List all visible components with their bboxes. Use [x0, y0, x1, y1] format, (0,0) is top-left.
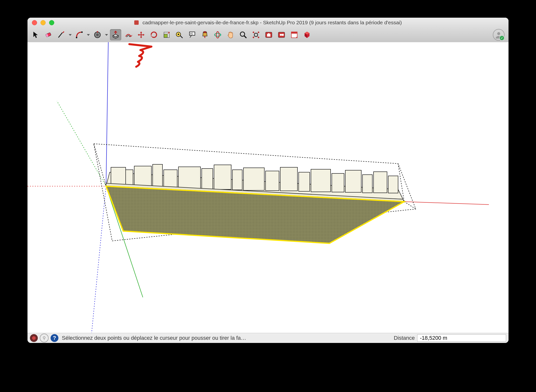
select-tool[interactable]	[30, 29, 41, 40]
svg-point-20	[280, 34, 282, 36]
sketchup-file-icon	[134, 20, 139, 25]
svg-point-5	[96, 34, 99, 36]
shape-tool[interactable]	[92, 29, 103, 40]
measurement-label: Distance	[394, 335, 415, 341]
user-status-badge: ✓	[499, 35, 505, 41]
svg-rect-23	[291, 32, 297, 34]
window-controls	[32, 20, 54, 25]
svg-line-27	[106, 42, 108, 186]
rotate-tool[interactable]	[148, 29, 160, 40]
svg-rect-6	[97, 31, 98, 33]
svg-rect-34	[153, 164, 162, 188]
svg-rect-21	[282, 34, 284, 36]
titlebar: cadmapper-le-pre-saint-gervais-ile-de-fr…	[27, 18, 509, 27]
window-title: cadmapper-le-pre-saint-gervais-ile-de-fr…	[27, 20, 509, 26]
pushpull-tool[interactable]	[110, 29, 121, 40]
svg-rect-44	[311, 169, 331, 192]
eraser-tool[interactable]	[43, 29, 54, 40]
svg-line-26	[404, 202, 489, 205]
text-tool[interactable]: A1	[187, 29, 198, 40]
extension-warehouse-tool[interactable]	[276, 29, 287, 40]
user-account-button[interactable]: ✓	[493, 29, 505, 41]
svg-rect-43	[299, 172, 310, 191]
help-icon[interactable]: ?	[51, 334, 58, 342]
zoom-tool[interactable]	[238, 29, 249, 40]
svg-text:A1: A1	[190, 32, 193, 35]
close-window-button[interactable]	[32, 20, 37, 25]
svg-line-29	[57, 101, 106, 186]
svg-rect-37	[202, 169, 213, 189]
status-bar: ? Sélectionnez deux points ou déplacez l…	[27, 333, 509, 343]
model-viewport[interactable]	[27, 42, 509, 333]
svg-rect-39	[232, 170, 242, 190]
svg-point-17	[254, 33, 258, 37]
ruby-console-icon[interactable]	[30, 334, 38, 342]
measurement-input[interactable]	[417, 334, 506, 342]
svg-rect-33	[134, 166, 151, 188]
maximize-window-button[interactable]	[49, 20, 54, 25]
toolbar: A1 ✓	[27, 27, 509, 42]
app-window: cadmapper-le-pre-saint-gervais-ile-de-fr…	[27, 18, 509, 343]
paint-tool[interactable]	[199, 29, 211, 40]
svg-rect-42	[280, 167, 297, 191]
svg-rect-45	[332, 173, 344, 192]
svg-line-28	[90, 186, 106, 333]
title-file: cadmapper-le-pre-saint-gervais-ile-de-fr…	[143, 20, 259, 25]
svg-rect-38	[214, 165, 231, 189]
pan-tool[interactable]	[225, 29, 236, 40]
svg-point-53	[43, 337, 45, 339]
layout-tool[interactable]	[289, 29, 300, 40]
move-tool[interactable]	[135, 29, 147, 40]
geolocation-icon[interactable]	[40, 334, 49, 342]
line-tool[interactable]	[55, 29, 67, 40]
scale-tool[interactable]	[161, 29, 172, 40]
svg-rect-47	[362, 175, 372, 193]
warehouse-tool[interactable]	[263, 29, 274, 40]
svg-point-15	[216, 32, 219, 38]
svg-rect-8	[164, 34, 167, 38]
svg-point-16	[240, 32, 245, 36]
svg-point-14	[214, 33, 221, 36]
svg-rect-36	[178, 167, 201, 189]
arc-tool[interactable]	[74, 29, 85, 40]
svg-point-24	[497, 32, 500, 35]
arc-tool-dropdown[interactable]	[86, 34, 90, 36]
status-hint: Sélectionnez deux points ou déplacez le …	[62, 335, 246, 341]
svg-rect-48	[374, 172, 387, 193]
minimize-window-button[interactable]	[40, 20, 46, 25]
svg-rect-49	[388, 176, 398, 193]
zoom-extents-tool[interactable]	[250, 29, 262, 40]
svg-rect-41	[266, 171, 279, 191]
svg-point-3	[81, 31, 83, 33]
svg-point-13	[203, 31, 207, 33]
title-app: SketchUp Pro 2019 (9 jours restants dans…	[263, 20, 402, 25]
svg-rect-46	[345, 170, 361, 192]
svg-point-2	[76, 37, 77, 38]
orbit-tool[interactable]	[212, 29, 223, 40]
extensions-tool[interactable]	[301, 29, 313, 40]
svg-rect-35	[164, 170, 177, 188]
svg-rect-40	[243, 168, 264, 190]
svg-point-10	[178, 34, 179, 35]
offset-tool[interactable]	[123, 29, 134, 40]
tape-tool[interactable]	[174, 29, 185, 40]
line-tool-dropdown[interactable]	[68, 34, 72, 36]
shape-tool-dropdown[interactable]	[105, 34, 108, 36]
